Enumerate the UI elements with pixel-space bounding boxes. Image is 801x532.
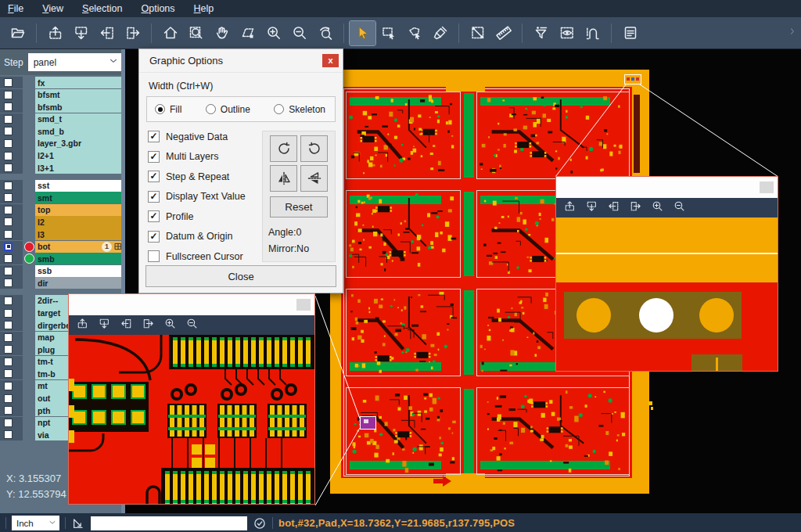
checkbox-step-repeat[interactable]: ✓Step & Repeat	[148, 171, 259, 182]
mag2-tool-pan-down[interactable]	[586, 200, 598, 215]
layer-visibility-checkbox[interactable]	[4, 309, 13, 318]
layer-label[interactable]: smd_b	[35, 125, 125, 137]
layer-visibility-checkbox[interactable]	[4, 243, 13, 251]
tool-report[interactable]	[617, 21, 643, 45]
checkbox-box[interactable]: ✓	[148, 171, 160, 182]
layer-label[interactable]: l3	[35, 228, 125, 240]
layer-label[interactable]: smt	[35, 192, 125, 203]
dialog-title-bar[interactable]: Graphic Options x	[139, 49, 343, 73]
tool-zoom-in[interactable]	[260, 21, 286, 45]
radio-circle[interactable]	[274, 104, 284, 114]
tool-zoom-object[interactable]	[235, 21, 260, 45]
command-input[interactable]	[91, 516, 247, 530]
checkbox-fullscreen-cursor[interactable]: Fullscreen Cursor	[148, 250, 259, 262]
flip-h-button[interactable]	[270, 165, 297, 192]
layer-row-smd_b[interactable]: smd_b	[0, 125, 125, 137]
checkbox-box[interactable]: ✓	[148, 231, 160, 243]
mag1-tool-pan-right[interactable]	[142, 318, 154, 332]
layer-row-smb[interactable]: smb	[0, 253, 125, 264]
tool-rect-select[interactable]	[375, 21, 401, 45]
layer-row-smt[interactable]: smt	[0, 192, 125, 203]
layer-visibility-checkbox[interactable]	[4, 321, 13, 329]
dialog-close-button[interactable]: x	[322, 54, 339, 67]
tool-folder-open[interactable]	[5, 21, 31, 45]
layer-visibility-checkbox[interactable]	[4, 382, 13, 390]
layer-row-smd_t[interactable]: smd_t	[0, 113, 125, 125]
checkbox-box[interactable]: ✓	[148, 151, 160, 163]
layer-visibility-checkbox[interactable]	[4, 193, 13, 202]
mag1-tool-zoom-in[interactable]	[164, 318, 176, 332]
magnifier2-title-bar[interactable]	[556, 177, 778, 198]
layer-label[interactable]: bfsmb	[35, 101, 125, 113]
layer-visibility-checkbox[interactable]	[4, 217, 13, 226]
layer-visibility-checkbox[interactable]	[4, 91, 13, 99]
layer-row-ssb[interactable]: ssb	[0, 265, 125, 277]
layer-label[interactable]: bot1	[35, 241, 125, 253]
tool-brush[interactable]	[427, 21, 453, 45]
tool-pan-right[interactable]	[120, 21, 145, 45]
checkbox-box[interactable]	[148, 250, 160, 262]
magnifier2-view[interactable]	[556, 217, 778, 371]
layer-visibility-checkbox[interactable]	[4, 254, 13, 263]
radio-outline[interactable]: Outline	[206, 104, 250, 115]
layer-row-bfsmt[interactable]: bfsmt	[0, 89, 125, 101]
tool-measure-line[interactable]	[465, 21, 490, 45]
layer-row-l3+1[interactable]: l3+1	[0, 162, 125, 174]
checkbox-negative-data[interactable]: ✓Negative Data	[148, 131, 259, 142]
tool-pan-up[interactable]	[42, 21, 68, 45]
checkbox-multi-layers[interactable]: ✓Multi Layers	[148, 151, 259, 163]
checkbox-box[interactable]: ✓	[148, 210, 160, 222]
layer-visibility-checkbox[interactable]	[4, 333, 13, 342]
checkbox-profile[interactable]: ✓Profile	[148, 210, 259, 222]
mag2-tool-pan-up[interactable]	[564, 200, 576, 215]
layer-row-bfsmb[interactable]: bfsmb	[0, 101, 125, 113]
tool-filter[interactable]	[528, 21, 554, 45]
radio-circle[interactable]	[155, 104, 165, 114]
layer-label[interactable]: dir	[35, 277, 125, 289]
layer-visibility-checkbox[interactable]	[4, 345, 13, 354]
layer-visibility-checkbox[interactable]	[4, 182, 13, 190]
layer-visibility-checkbox[interactable]	[4, 279, 13, 287]
menu-item-help[interactable]: Help	[194, 3, 214, 14]
layer-label[interactable]: l2+1	[35, 149, 125, 161]
rotate-cw-button[interactable]	[270, 135, 297, 162]
layer-row-layer_3.gbr[interactable]: layer_3.gbr	[0, 138, 125, 149]
layer-visibility-checkbox[interactable]	[4, 127, 13, 135]
reset-button[interactable]: Reset	[270, 196, 328, 217]
checkbox-display-text-value[interactable]: ✓Display Text Value	[148, 191, 259, 203]
checkbox-box[interactable]: ✓	[148, 191, 160, 203]
rotate-ccw-button[interactable]	[300, 135, 328, 162]
toolbar-overflow-chevron[interactable]	[787, 26, 798, 40]
window-button[interactable]	[296, 299, 311, 311]
close-button[interactable]: Close	[145, 265, 336, 287]
layer-row-sst[interactable]: sst	[0, 180, 125, 192]
layer-row-dir[interactable]: dir	[0, 277, 125, 289]
layer-visibility-checkbox[interactable]	[4, 230, 13, 239]
checkbox-datum-origin[interactable]: ✓Datum & Origin	[148, 231, 259, 243]
step-dropdown[interactable]: panel	[28, 53, 121, 71]
layer-label[interactable]: l2	[35, 216, 125, 228]
layer-visibility-checkbox[interactable]	[4, 394, 13, 403]
menu-item-file[interactable]: File	[8, 3, 23, 14]
tool-ruler[interactable]	[490, 21, 516, 45]
mag1-tool-zoom-out[interactable]	[186, 318, 198, 332]
tool-snap[interactable]	[580, 21, 605, 45]
layer-row-l3[interactable]: l3	[0, 228, 125, 240]
layer-visibility-checkbox[interactable]	[4, 152, 13, 160]
layer-row-top[interactable]: top	[0, 204, 125, 216]
tool-select-cursor[interactable]	[350, 21, 375, 45]
magnifier1-title-bar[interactable]	[69, 294, 314, 315]
mag2-tool-pan-left[interactable]	[608, 200, 620, 215]
menu-item-options[interactable]: Options	[141, 3, 174, 14]
layer-label[interactable]: top	[35, 204, 125, 216]
mag2-tool-zoom-out[interactable]	[673, 200, 685, 215]
mag2-tool-pan-right[interactable]	[630, 200, 641, 215]
layer-visibility-checkbox[interactable]	[4, 78, 13, 87]
layer-label[interactable]: fx	[35, 77, 125, 88]
layer-row-l2+1[interactable]: l2+1	[0, 149, 125, 161]
layer-visibility-checkbox[interactable]	[4, 297, 13, 305]
layer-visibility-checkbox[interactable]	[4, 206, 13, 214]
radio-fill[interactable]: Fill	[155, 104, 181, 115]
mag1-tool-pan-left[interactable]	[120, 318, 132, 332]
mag1-tool-pan-up[interactable]	[77, 318, 88, 332]
